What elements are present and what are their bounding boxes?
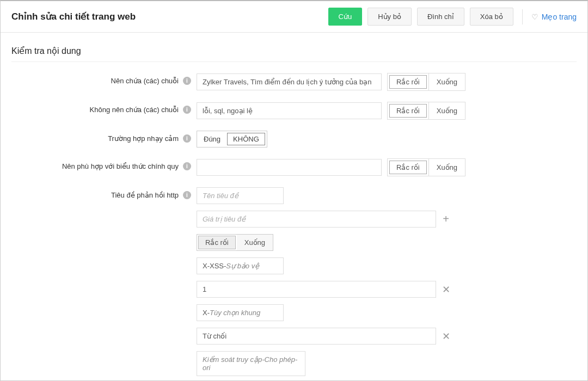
info-icon[interactable]: i bbox=[183, 162, 191, 170]
label-case-sensitive: Trường hợp nhạy cảm bbox=[108, 134, 179, 143]
label-should-not-contain: Không nên chứa (các) chuỗi bbox=[90, 106, 179, 114]
down-option[interactable]: Xuống bbox=[428, 73, 465, 90]
header-name-suffix: Tùy chọn khung bbox=[210, 309, 260, 317]
header-name-2[interactable]: Kiểm soát truy cập-Cho phép-ori bbox=[197, 351, 305, 376]
remove-header-icon[interactable]: ✕ bbox=[440, 284, 451, 296]
should-contain-alert-toggle[interactable]: Rắc rối Xuống bbox=[387, 73, 465, 91]
remove-header-icon[interactable]: ✕ bbox=[440, 330, 451, 342]
should-not-contain-input[interactable] bbox=[197, 102, 382, 119]
down-option[interactable]: Xuống bbox=[237, 235, 273, 250]
cancel-button[interactable]: Hủy bỏ bbox=[367, 8, 412, 26]
new-header-name-input[interactable] bbox=[197, 187, 284, 204]
header-value-0[interactable] bbox=[197, 281, 436, 298]
label-http-headers: Tiêu đề phản hồi http bbox=[111, 191, 179, 199]
bulb-icon: ♡ bbox=[531, 13, 538, 21]
page-tip-label: Mẹo trang bbox=[542, 13, 577, 21]
info-icon[interactable]: i bbox=[183, 106, 191, 114]
header-alert-toggle[interactable]: Rắc rối Xuống bbox=[197, 234, 273, 251]
regex-input[interactable] bbox=[197, 159, 382, 176]
header-name-prefix: X- bbox=[203, 309, 210, 317]
should-not-contain-alert-toggle[interactable]: Rắc rối Xuống bbox=[387, 102, 465, 120]
page-title: Chỉnh sửa chi tiết trang web bbox=[11, 11, 136, 22]
header-name-suffix: Sự bảo vệ bbox=[226, 262, 259, 270]
no-option[interactable]: KHÔNG bbox=[227, 133, 265, 145]
save-button[interactable]: Cứu bbox=[328, 8, 363, 26]
yes-option[interactable]: Đúng bbox=[197, 132, 227, 146]
add-header-icon[interactable]: + bbox=[440, 213, 451, 225]
page-tip-link[interactable]: ♡ Mẹo trang bbox=[531, 13, 577, 21]
section-title: Kiểm tra nội dung bbox=[11, 46, 577, 62]
should-contain-input[interactable] bbox=[197, 73, 382, 90]
header-divider bbox=[522, 9, 523, 24]
suspend-button[interactable]: Đình chỉ bbox=[417, 8, 464, 26]
down-option[interactable]: Xuống bbox=[428, 102, 465, 119]
header-name-suffix: Kiểm soát truy cập-Cho phép-ori bbox=[203, 355, 297, 372]
header-name-prefix: X-XSS- bbox=[203, 262, 226, 270]
regex-alert-toggle[interactable]: Rắc rối Xuống bbox=[387, 158, 465, 176]
trouble-option[interactable]: Rắc rối bbox=[389, 161, 427, 174]
label-regex: Nên phù hợp với biểu thức chính quy bbox=[62, 162, 179, 170]
header-name-1[interactable]: X-Tùy chọn khung bbox=[197, 304, 284, 321]
label-should-contain: Nên chứa (các) chuỗi bbox=[111, 77, 179, 85]
trouble-option[interactable]: Rắc rối bbox=[389, 104, 427, 118]
new-header-value-input[interactable] bbox=[197, 211, 436, 228]
trouble-option[interactable]: Rắc rối bbox=[389, 75, 427, 89]
header-value-1[interactable] bbox=[197, 328, 436, 345]
down-option[interactable]: Xuống bbox=[428, 159, 465, 176]
info-icon[interactable]: i bbox=[183, 191, 191, 199]
delete-button[interactable]: Xóa bỏ bbox=[470, 8, 513, 26]
header-name-0[interactable]: X-XSS-Sự bảo vệ bbox=[197, 257, 284, 274]
case-sensitive-toggle[interactable]: Đúng KHÔNG bbox=[197, 131, 267, 148]
info-icon[interactable]: i bbox=[183, 134, 191, 143]
info-icon[interactable]: i bbox=[183, 77, 191, 85]
trouble-option[interactable]: Rắc rối bbox=[198, 236, 236, 249]
